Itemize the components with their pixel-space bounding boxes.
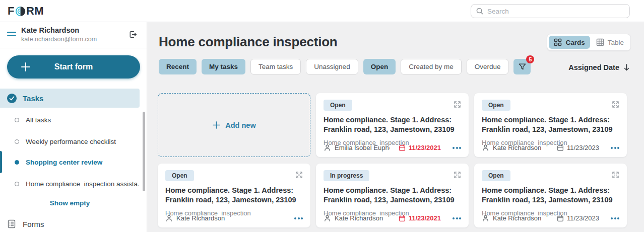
card-title: Home compliance. Stage 1. Address: Frank…: [324, 186, 461, 205]
card-title: Home compliance. Stage 1. Address: Frank…: [482, 115, 619, 135]
main-content: Home compliance inspection Cards Table: [148, 22, 644, 232]
add-new-label: Add new: [225, 121, 255, 129]
logo-text-f: F: [8, 5, 15, 18]
logo-o-icon: [15, 6, 26, 17]
bullet-icon: [15, 139, 19, 144]
search-icon: [476, 7, 484, 15]
filters-button[interactable]: 5: [513, 59, 531, 74]
person-icon: [482, 144, 489, 151]
card-menu-button[interactable]: [294, 217, 303, 219]
card-assignee: Kate Richardson: [176, 214, 225, 222]
card-assignee: Kate Richardson: [335, 214, 383, 222]
due-date: 11/23/2021: [409, 144, 441, 151]
person-icon: [165, 214, 173, 222]
due-date-group: 11/23/2023: [557, 144, 599, 151]
collapse-menu-icon[interactable]: [7, 32, 16, 37]
expand-icon[interactable]: [612, 171, 619, 179]
card-menu-button[interactable]: [611, 217, 619, 219]
user-email: kate.richardson@form.com: [21, 36, 97, 43]
sidebar-item-home-compliance-inspection[interactable]: Home compliance inspection assista...: [0, 176, 140, 191]
sidebar-item-label: Home compliance inspection assista...: [26, 180, 140, 188]
user-profile: Kate Richardson kate.richardson@form.com: [0, 22, 147, 48]
sidebar-item-label: Weekly performance checklist: [26, 138, 116, 145]
card-menu-button[interactable]: [611, 147, 619, 149]
filter-chips: Recent My tasks Team tasks Unassigned Op…: [159, 59, 531, 74]
table-icon: [596, 38, 604, 46]
card-assignee: Kate Richardson: [493, 214, 541, 222]
sidebar: Kate Richardson kate.richardson@form.com…: [0, 22, 147, 232]
table-view-button[interactable]: Table: [591, 36, 629, 49]
cards-grid: Add new Open Home compliance. Stage 1. A…: [158, 93, 627, 227]
cards-view-button[interactable]: Cards: [549, 36, 590, 49]
status-badge: Open: [165, 170, 194, 181]
sidebar-item-label: All tasks: [26, 116, 51, 124]
card-title: Home compliance. Stage 1. Address: Frank…: [482, 186, 619, 205]
calendar-icon: [399, 215, 406, 222]
global-search[interactable]: [471, 4, 630, 18]
due-date: 11/23/2023: [567, 144, 599, 151]
filter-count-badge: 5: [526, 55, 534, 63]
plus-icon: [212, 121, 221, 129]
card-title: Home compliance. Stage 1. Address: Frank…: [165, 186, 303, 205]
filter-chip-unassigned[interactable]: Unassigned: [306, 59, 358, 74]
due-date-group: 11/23/2021: [399, 214, 441, 222]
funnel-icon: [518, 62, 527, 71]
due-date-group: 11/23/2021: [399, 144, 441, 151]
filter-chip-created-by-me[interactable]: Created by me: [401, 59, 462, 74]
due-date: 11/23/2021: [409, 214, 441, 222]
show-empty-button[interactable]: Show empty: [0, 199, 140, 207]
sidebar-item-weekly-performance-checklist[interactable]: Weekly performance checklist: [0, 134, 140, 149]
expand-icon[interactable]: [454, 171, 461, 179]
view-toggle: Cards Table: [547, 34, 631, 51]
calendar-icon: [399, 144, 406, 151]
bullet-icon: [15, 182, 19, 186]
status-badge: Open: [482, 170, 510, 181]
form-logo: F RM: [8, 5, 44, 18]
person-icon: [324, 144, 331, 151]
task-card[interactable]: Open Home compliance. Stage 1. Address: …: [158, 164, 310, 227]
card-title: Home compliance. Stage 1. Address: Frank…: [324, 115, 461, 135]
sort-control[interactable]: Assigned Date: [568, 63, 630, 71]
sidebar-item-forms[interactable]: Forms: [7, 219, 44, 228]
card-assignee: Kate Richardson: [493, 144, 541, 151]
bullet-icon: [15, 160, 19, 165]
calendar-icon: [557, 144, 564, 151]
task-card[interactable]: Open Home compliance. Stage 1. Address: …: [474, 93, 627, 157]
expand-icon[interactable]: [454, 101, 461, 108]
sidebar-item-shopping-center-review[interactable]: Shopping center review: [0, 154, 140, 170]
expand-icon[interactable]: [295, 171, 303, 179]
filter-chip-my-tasks[interactable]: My tasks: [202, 59, 245, 74]
card-menu-button[interactable]: [453, 147, 461, 149]
expand-icon[interactable]: [612, 101, 619, 108]
calendar-icon: [557, 215, 564, 222]
sidebar-item-label: Shopping center review: [26, 159, 102, 166]
sidebar-item-tasks[interactable]: Tasks: [0, 89, 140, 108]
bullet-icon: [15, 118, 19, 122]
filter-chip-recent[interactable]: Recent: [159, 59, 197, 74]
start-form-button[interactable]: Start form: [7, 55, 140, 79]
logout-icon[interactable]: [128, 30, 138, 39]
task-card[interactable]: Open Home compliance. Stage 1. Address: …: [474, 164, 627, 227]
user-name: Kate Richardson: [21, 26, 79, 34]
tasks-label: Tasks: [23, 94, 43, 103]
sidebar-scrollbar[interactable]: [143, 112, 145, 191]
add-new-card[interactable]: Add new: [158, 93, 310, 157]
plus-icon: [20, 61, 31, 72]
top-bar: F RM: [0, 0, 644, 22]
person-icon: [482, 214, 489, 222]
card-assignee: Emilia Isobel Euphemia Rei...: [335, 144, 390, 151]
filter-chip-team-tasks[interactable]: Team tasks: [250, 59, 301, 74]
due-date: 11/23/2023: [567, 214, 599, 222]
sidebar-item-all-tasks[interactable]: All tasks: [0, 112, 140, 127]
person-icon: [324, 214, 331, 222]
status-badge: In progress: [324, 170, 369, 181]
filter-chip-overdue[interactable]: Overdue: [467, 59, 509, 74]
forms-label: Forms: [23, 220, 44, 228]
card-menu-button[interactable]: [453, 217, 461, 219]
search-input[interactable]: [487, 8, 625, 15]
task-card[interactable]: Open Home compliance. Stage 1. Address: …: [316, 93, 469, 157]
cards-grid-icon: [554, 38, 562, 46]
task-card[interactable]: In progress Home compliance. Stage 1. Ad…: [316, 164, 469, 227]
filter-chip-open[interactable]: Open: [363, 59, 396, 74]
tasks-check-icon: [7, 94, 17, 103]
